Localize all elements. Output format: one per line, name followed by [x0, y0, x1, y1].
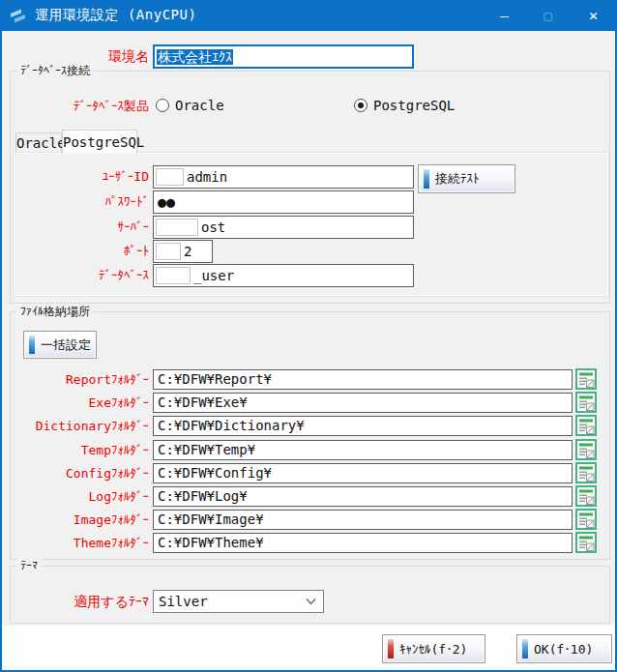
button-accent-bar [29, 336, 35, 354]
port-redaction [156, 243, 181, 260]
radio-oracle-label: Oracle [175, 98, 224, 113]
cancel-label: ｷｬﾝｾﾙ(f･2) [399, 642, 467, 657]
folder-label: Imageﾌｫﾙﾀﾞｰ [2, 512, 149, 528]
apply-theme-label: 適用するﾃｰﾏ [2, 594, 149, 609]
close-button[interactable]: ✕ [572, 0, 615, 31]
theme-select[interactable]: Silver [153, 590, 324, 613]
edit-list-icon[interactable] [575, 392, 597, 413]
server-label: ｻｰﾊﾞｰ [2, 219, 149, 235]
edit-list-icon[interactable] [575, 415, 597, 436]
batch-setting-label: 一括設定 [41, 336, 91, 354]
title-bar[interactable]: 運用環境設定 (AnyCPU) — ▢ ✕ [0, 0, 617, 31]
env-name-selected-text: 株式会社ｴｸｽ [157, 49, 233, 65]
folder-label: Dictionaryﾌｫﾙﾀﾞｰ [2, 419, 149, 434]
database-redaction [156, 267, 191, 284]
folder-path-input[interactable]: C:¥DFW¥Temp¥ [153, 440, 573, 460]
settings-dialog: 運用環境設定 (AnyCPU) — ▢ ✕ 環境名 株式会社ｴｸｽ ﾃﾞｰﾀﾍﾞ… [0, 0, 617, 672]
user-id-label: ﾕｰｻﾞｰID [2, 169, 149, 185]
tab-oracle[interactable]: Oracle [15, 132, 62, 154]
ok-label: OK(f･10) [534, 642, 593, 657]
button-accent-bar [424, 169, 429, 189]
connection-test-label: 接続ﾃｽﾄ [435, 170, 480, 188]
cancel-button[interactable]: ｷｬﾝｾﾙ(f･2) [382, 634, 485, 663]
edit-list-icon[interactable] [575, 532, 597, 553]
folder-path-input[interactable]: C:¥DFW¥Image¥ [153, 510, 573, 530]
chevron-down-icon [306, 598, 316, 605]
folder-path-input[interactable]: C:¥DFW¥Log¥ [153, 486, 573, 507]
edit-list-icon[interactable] [575, 462, 597, 483]
folder-label: Reportﾌｫﾙﾀﾞｰ [2, 372, 149, 388]
db-connection-group-title: ﾃﾞｰﾀﾍﾞｰｽ接続 [16, 64, 94, 77]
folder-path-input[interactable]: C:¥DFW¥Exe¥ [153, 393, 573, 413]
radio-oracle[interactable] [156, 99, 169, 112]
env-name-input[interactable]: 株式会社ｴｸｽ [153, 44, 414, 69]
password-label: ﾊﾟｽﾜｰﾄﾞ [2, 194, 149, 210]
env-name-label: 環境名 [2, 48, 149, 64]
folder-path-input[interactable]: C:¥DFW¥Report¥ [153, 369, 573, 390]
password-input[interactable]: ●● [153, 190, 414, 214]
tab-postgresql[interactable]: PostgreSQL [62, 130, 137, 154]
app-logo-icon [10, 8, 29, 24]
database-label: ﾃﾞｰﾀﾍﾞｰｽ [2, 268, 149, 283]
connection-test-button[interactable]: 接続ﾃｽﾄ [418, 164, 515, 193]
theme-selected-value: Silver [159, 594, 208, 609]
theme-group-title: ﾃｰﾏ [16, 559, 42, 572]
window-title: 運用環境設定 (AnyCPU) [35, 7, 196, 24]
edit-list-icon[interactable] [575, 368, 597, 390]
edit-list-icon[interactable] [575, 509, 597, 530]
folder-label: Exeﾌｫﾙﾀﾞｰ [2, 395, 149, 411]
edit-list-icon[interactable] [575, 439, 597, 460]
button-accent-bar [522, 639, 528, 658]
folder-label: Logﾌｫﾙﾀﾞｰ [2, 489, 149, 505]
radio-postgresql[interactable] [354, 99, 367, 112]
maximize-button[interactable]: ▢ [526, 0, 570, 31]
server-redaction [156, 219, 198, 236]
folder-label: Themeﾌｫﾙﾀﾞｰ [2, 536, 149, 551]
ok-button[interactable]: OK(f･10) [516, 634, 612, 663]
port-label: ﾎﾟｰﾄ [2, 244, 149, 259]
radio-postgresql-label: PostgreSQL [373, 98, 455, 113]
db-product-label: ﾃﾞｰﾀﾍﾞｰｽ製品 [2, 99, 149, 114]
folder-label: Tempﾌｫﾙﾀﾞｰ [2, 443, 149, 458]
folder-label: Configﾌｫﾙﾀﾞｰ [2, 466, 149, 482]
user-id-input[interactable]: admin [153, 165, 414, 189]
user-id-redaction [156, 168, 184, 186]
database-input[interactable]: _user [153, 264, 414, 287]
folder-path-input[interactable]: C:¥DFW¥Config¥ [153, 463, 573, 483]
edit-list-icon[interactable] [575, 485, 597, 507]
file-storage-group-title: ﾌｧｲﾙ格納場所 [16, 305, 94, 318]
minimize-button[interactable]: — [483, 0, 526, 31]
folder-path-input[interactable]: C:¥DFW¥Dictionary¥ [153, 416, 573, 436]
folder-path-input[interactable]: C:¥DFW¥Theme¥ [153, 533, 573, 553]
batch-setting-button[interactable]: 一括設定 [23, 331, 97, 359]
button-accent-bar [388, 639, 394, 658]
